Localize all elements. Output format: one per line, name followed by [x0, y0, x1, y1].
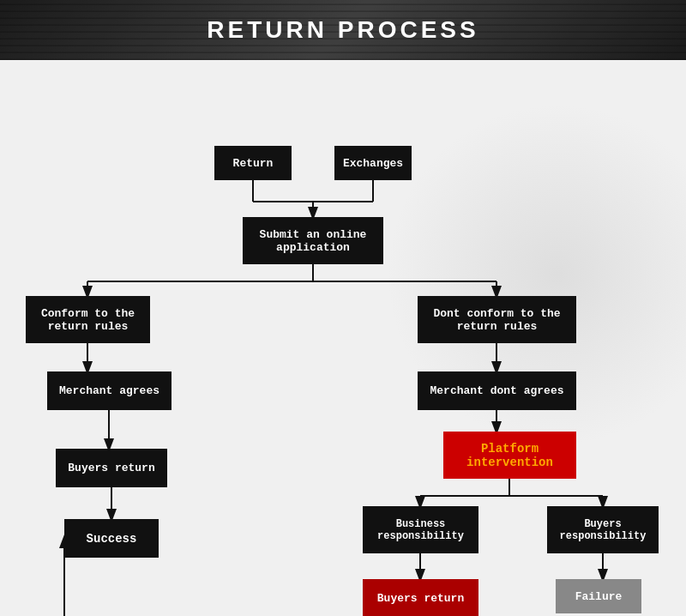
platform-intervention-node: Platformintervention: [443, 432, 576, 479]
buyers-return-right-node: Buyers return: [363, 579, 478, 616]
page-header: RETURN PROCESS: [0, 0, 686, 60]
main-content: Return Exchanges Submit an onlineapplica…: [0, 60, 686, 616]
return-node: Return: [214, 146, 292, 180]
submit-node: Submit an onlineapplication: [243, 217, 383, 264]
exchanges-node: Exchanges: [334, 146, 412, 180]
buyers-responsibility-node: Buyersresponsibility: [547, 506, 659, 553]
failure-node: Failure: [556, 579, 641, 613]
page-title: RETURN PROCESS: [207, 16, 478, 44]
business-responsibility-node: Businessresponsibility: [363, 506, 478, 553]
merchant-dont-node: Merchant dont agrees: [418, 371, 576, 410]
buyers-return-left-node: Buyers return: [56, 449, 167, 487]
merchant-agrees-node: Merchant agrees: [47, 371, 172, 410]
success-node: Success: [64, 519, 159, 558]
not-conform-node: Dont conform to thereturn rules: [418, 296, 576, 343]
conform-node: Conform to thereturn rules: [26, 296, 150, 343]
